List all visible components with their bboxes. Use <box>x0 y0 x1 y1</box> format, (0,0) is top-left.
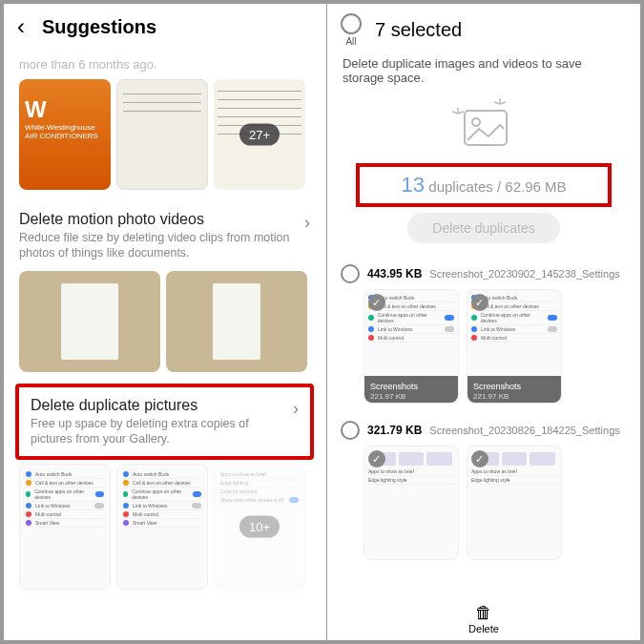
duplicates-screen: All 7 selected Delete duplicate images a… <box>327 4 640 640</box>
screen-desc: Delete duplicate images and videos to sa… <box>327 56 640 85</box>
selected-count-title: 7 selected <box>375 19 462 41</box>
section-duplicate-pictures[interactable]: Delete duplicate pictures Free up space … <box>19 387 310 457</box>
section-title: Delete motion photo videos <box>19 211 304 228</box>
group-checkbox[interactable] <box>341 421 360 440</box>
select-all-label: All <box>341 36 362 47</box>
section-desc: Free up space by deleting extra copies o… <box>31 416 293 447</box>
duplicate-count: 13 <box>401 173 424 197</box>
section-motion-photos[interactable]: Delete motion photo videos Reduce file s… <box>4 197 325 267</box>
trash-icon: 🗑 <box>333 603 634 623</box>
screenshot-thumb[interactable]: Auto switch Buds Call & text on other de… <box>116 464 208 590</box>
motion-thumb[interactable] <box>166 271 307 372</box>
check-icon[interactable]: ✓ <box>368 450 385 467</box>
group-size: 443.95 KB <box>367 267 422 280</box>
screenshot-thumb-stack[interactable]: Apps to show as brief Edge lighting Colo… <box>214 464 305 590</box>
delete-action[interactable]: 🗑 Delete <box>327 597 640 640</box>
group-size: 321.79 KB <box>367 424 422 437</box>
check-icon[interactable]: ✓ <box>471 450 488 467</box>
photo-thumb[interactable] <box>116 79 208 190</box>
photo-thumb-stack[interactable]: 27+ <box>214 79 305 190</box>
screenshot-thumb[interactable]: Auto switch Buds Call & text on other de… <box>19 464 111 590</box>
svg-rect-0 <box>465 111 507 145</box>
suggestions-screen: ‹ Suggestions more than 6 months ago. WW… <box>4 4 325 640</box>
check-icon[interactable]: ✓ <box>368 294 385 311</box>
highlight-box: 13 duplicates / 62.96 MB <box>356 163 612 207</box>
delete-duplicates-button[interactable]: Delete duplicates <box>407 213 560 243</box>
duplicate-thumb[interactable]: ✓ Apps to show as brief Edge lighting st… <box>467 446 562 560</box>
duplicate-group: 443.95 KB Screenshot_20230902_145238_Set… <box>327 260 640 417</box>
group-filename: Screenshot_20230826_184225_Settings <box>429 425 619 436</box>
group-checkbox[interactable] <box>341 264 360 283</box>
check-icon[interactable]: ✓ <box>471 294 488 311</box>
duplicate-thumb[interactable]: ✓ Auto switch Buds Call & text on other … <box>467 289 562 404</box>
chevron-right-icon: › <box>293 399 299 419</box>
motion-thumb[interactable] <box>19 271 160 372</box>
duplicate-group: 321.79 KB Screenshot_20230826_184225_Set… <box>327 417 640 573</box>
count-badge: 27+ <box>239 124 280 146</box>
illustration-icon <box>327 85 640 159</box>
section-desc: Reduce file size by deleting video clips… <box>19 230 304 261</box>
select-all-checkbox[interactable] <box>341 13 362 34</box>
page-title: Suggestions <box>42 16 156 38</box>
highlight-box: Delete duplicate pictures Free up space … <box>15 384 314 461</box>
hint-cutoff: more than 6 months ago. <box>4 57 325 72</box>
group-filename: Screenshot_20230902_145238_Settings <box>429 268 619 280</box>
delete-label: Delete <box>333 623 634 634</box>
section-title: Delete duplicate pictures <box>31 397 293 414</box>
photo-thumb[interactable]: WWhite-WestinghouseAIR CONDITIONERS <box>19 79 111 190</box>
duplicate-size-label: duplicates / 62.96 MB <box>428 178 566 195</box>
back-icon[interactable]: ‹ <box>17 13 25 40</box>
duplicate-thumb[interactable]: ✓ Apps to show as brief Edge lighting st… <box>364 446 459 560</box>
count-badge: 10+ <box>239 516 280 538</box>
chevron-right-icon: › <box>304 213 310 233</box>
old-photos-row: WWhite-WestinghouseAIR CONDITIONERS 27+ <box>4 72 325 197</box>
svg-point-1 <box>472 118 480 126</box>
duplicate-thumb[interactable]: ✓ Auto switch Buds Call & text on other … <box>364 289 459 404</box>
